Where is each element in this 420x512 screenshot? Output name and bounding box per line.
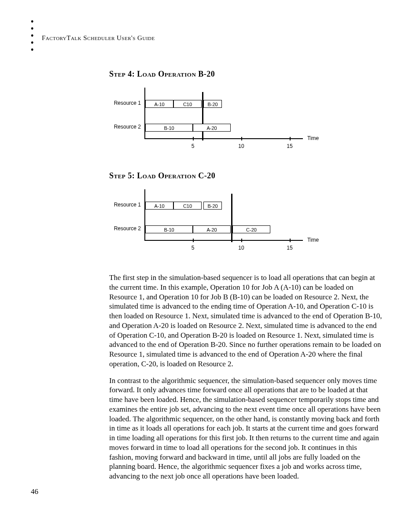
chart1-time-label: Time — [307, 135, 319, 141]
step5-heading: Step 5: Load Operation C-20 — [109, 171, 382, 180]
chart2-op-b20: B-20 — [203, 202, 222, 210]
chart2-time-marker — [231, 194, 232, 242]
chart1-r1-label: Resource 1 — [109, 100, 141, 106]
paragraph-1: The first step in the simulation-based s… — [109, 273, 382, 369]
chart1-xaxis — [144, 138, 303, 139]
chart2-tick-15 — [290, 239, 291, 242]
chart2-r2-label: Resource 2 — [109, 225, 141, 232]
step4-heading: Step 4: Load Operation B-20 — [109, 70, 382, 79]
page-number: 46 — [31, 487, 38, 496]
chart2-op-c20: C-20 — [232, 225, 270, 233]
chart1-time-marker — [202, 92, 203, 140]
chart2-r1-label: Resource 1 — [109, 202, 141, 208]
content-area: Step 4: Load Operation B-20 Resource 1 R… — [109, 70, 382, 488]
chart1-ticklabel-15: 15 — [285, 143, 294, 149]
chart1-op-a20: A-20 — [193, 124, 231, 132]
chart2-tick-10 — [241, 239, 242, 242]
chart2-op-a10: A-10 — [145, 202, 173, 210]
chart1-op-a10: A-10 — [145, 100, 173, 108]
chart2-time-label: Time — [307, 237, 319, 243]
chart1-tick-10 — [241, 137, 242, 140]
chart1-ticklabel-10: 10 — [237, 143, 246, 149]
chart1-op-c10: C10 — [173, 100, 202, 108]
chart2-tick-5 — [193, 239, 194, 242]
side-bullets: ••••• — [31, 18, 33, 54]
chart1-ticklabel-5: 5 — [188, 143, 197, 149]
chart1-op-b20: B-20 — [203, 100, 222, 108]
chart2-op-c10: C10 — [173, 202, 202, 210]
chart2-xaxis — [144, 240, 303, 241]
chart2-op-b10: B-10 — [145, 225, 193, 233]
page: ••••• FactoryTalk Scheduler User's Guide… — [0, 0, 420, 512]
step5-chart: Resource 1 Resource 2 5 10 15 Time A-10 … — [109, 189, 382, 260]
step4-chart: Resource 1 Resource 2 5 10 15 Time A-10 … — [109, 88, 382, 158]
chart2-ticklabel-5: 5 — [188, 245, 197, 251]
chart1-r2-label: Resource 2 — [109, 124, 141, 130]
paragraph-2: In contrast to the algorithmic sequencer… — [109, 376, 382, 481]
chart1-tick-5 — [193, 137, 194, 140]
running-header: FactoryTalk Scheduler User's Guide — [42, 34, 155, 42]
chart1-op-b10: B-10 — [145, 124, 193, 132]
chart2-ticklabel-15: 15 — [285, 245, 294, 251]
chart2-op-a20: A-20 — [193, 225, 231, 233]
chart1-tick-15 — [290, 137, 291, 140]
chart2-ticklabel-10: 10 — [237, 245, 246, 251]
